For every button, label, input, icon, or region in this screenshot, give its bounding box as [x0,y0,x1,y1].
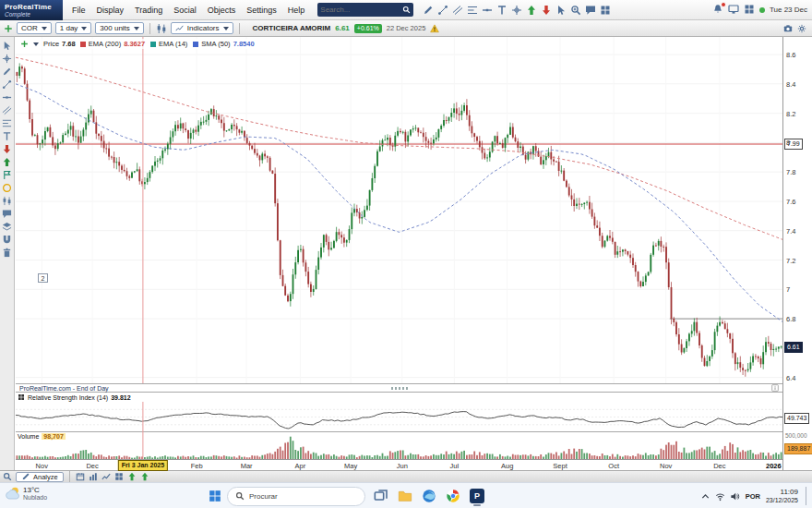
taskbar-app-task-view[interactable] [371,486,391,506]
scroll-up-1-icon[interactable] [127,472,137,481]
layout-grid-icon[interactable] [600,5,611,16]
settings-gear-icon[interactable] [797,24,806,33]
pencil-tool-icon[interactable] [2,67,12,77]
price-chart[interactable] [16,37,782,383]
flag-tool-icon[interactable] [2,170,12,180]
timeframe-select[interactable]: 1 day [55,22,92,34]
taskbar-clock[interactable]: 11:09 23/12/2025 [766,488,798,503]
magnet-tool-icon[interactable] [2,235,12,245]
sell-arrow-icon[interactable] [541,5,552,16]
taskbar-weather[interactable]: 13°C Nublado [5,486,47,501]
volume-chart[interactable] [16,432,782,459]
volume-panel[interactable]: Volume 98,707 [16,432,782,459]
add-instrument-icon[interactable] [4,24,13,33]
crosshair-tool-icon[interactable] [2,54,12,64]
search-icon[interactable] [402,6,411,14]
legend-item-2[interactable]: EMA (14) [150,40,187,48]
time-axis-month: Dec [713,462,725,470]
price-axis[interactable]: 7.99 6.61 49.743 500,000 189,887 8.68.48… [782,37,812,470]
search-input[interactable] [320,6,402,14]
horizontal-line-icon[interactable] [482,5,493,16]
taskbar-app-chrome-browser[interactable] [443,486,463,506]
drawing-pencil-icon[interactable] [423,5,434,16]
ellipse-tool-icon[interactable] [2,183,12,193]
menu-display[interactable]: Display [91,6,130,15]
time-axis-month: Feb [191,462,203,470]
menu-help[interactable]: Help [282,6,311,15]
volume-icon[interactable] [730,491,740,502]
candles-tool-icon[interactable] [2,196,12,206]
menu-social[interactable]: Social [168,6,202,15]
trendline-tool-icon[interactable] [2,79,12,90]
scroll-up-2-icon[interactable] [140,472,149,481]
watermark-text: ProRealTime.com - End of Day [19,385,109,392]
menu-trading[interactable]: Trading [129,6,168,15]
menu-settings[interactable]: Settings [241,6,282,15]
trendline-icon[interactable] [437,5,448,16]
wifi-icon[interactable] [715,491,725,502]
text-icon[interactable] [496,5,508,16]
layout-grid-icon[interactable] [114,472,124,481]
screenshot-camera-icon[interactable] [783,24,793,33]
time-axis-month: Oct [608,462,619,470]
legend-item-1[interactable]: EMA (200)8.3627 [80,40,145,48]
legend-chevron-icon[interactable] [33,42,39,46]
line-chart-icon[interactable] [102,472,111,481]
notification-badge[interactable] [712,4,723,17]
show-desktop-button[interactable] [806,487,808,505]
panel-resize-handle[interactable] [391,387,408,390]
columns-chart-icon[interactable] [89,472,98,481]
analyze-icon [21,472,30,481]
tray-expand-icon[interactable] [700,491,710,502]
symbol-select[interactable]: COR [17,22,52,34]
pointer-icon[interactable] [555,5,567,16]
taskbar-app-file-explorer[interactable] [395,486,415,506]
analyze-tab[interactable]: Analyze [16,472,64,482]
pointer-tool-icon[interactable] [2,41,12,51]
legend-item-3[interactable]: SMA (50)7.8540 [193,40,254,48]
fibonacci-tool-icon[interactable] [2,118,12,128]
zoom-tool-icon[interactable] [3,472,12,481]
sell-arrow-tool-icon[interactable] [2,144,12,154]
taskbar-app-prorealtime-app[interactable]: P [467,486,487,506]
menu-file[interactable]: File [66,6,91,15]
language-indicator[interactable]: POR [746,492,760,501]
crosshair-icon[interactable] [511,5,522,16]
legend-price[interactable]: Price 7.68 [43,40,76,48]
time-axis[interactable]: Fri 3 Jan 2025 2026 NovDecFebMarAprMayJu… [16,459,782,470]
buy-arrow-icon[interactable] [526,5,537,16]
add-indicator-icon[interactable] [20,40,29,48]
indicators-button[interactable]: Indicators [171,22,233,34]
workspace-grid-icon[interactable] [744,4,755,15]
chat-tool-icon[interactable] [2,209,12,219]
start-button[interactable] [209,490,221,502]
menu-search[interactable] [317,3,413,17]
monitor-icon[interactable] [728,4,739,15]
app-logo: ProRealTime Complete [0,0,63,20]
buy-arrow-tool-icon[interactable] [2,157,12,167]
warning-icon[interactable] [430,24,439,33]
delete-tool-icon[interactable] [2,248,12,258]
price-chart-panel[interactable]: Price 7.68 EMA (200)8.3627EMA (14)SMA (5… [16,37,782,383]
rsi-panel[interactable]: Relative Strength Index (14) 39.812 [16,393,782,432]
text-tool-icon[interactable] [2,131,12,141]
annotation-badge[interactable]: 2 [38,273,48,283]
info-icon[interactable] [771,384,779,392]
fibonacci-icon[interactable] [467,5,478,16]
layers-tool-icon[interactable] [2,222,12,232]
toolbar-right-icons [783,24,812,33]
horizontal-line-tool-icon[interactable] [2,92,12,103]
volume-value: 98,707 [42,433,65,440]
units-select[interactable]: 300 units [95,22,143,34]
menu-objects[interactable]: Objects [202,6,242,15]
chat-icon[interactable] [585,5,596,16]
calendar-icon[interactable] [76,472,85,481]
rsi-settings-icon[interactable] [18,393,25,401]
channel-tool-icon[interactable] [2,105,12,115]
rsi-chart[interactable] [16,402,782,432]
taskbar-app-edge-browser[interactable] [419,486,439,506]
chart-type-icon[interactable] [156,23,167,34]
channel-icon[interactable] [452,5,463,16]
zoom-in-icon[interactable] [570,5,581,16]
taskbar-search[interactable]: Procurar [227,487,365,506]
